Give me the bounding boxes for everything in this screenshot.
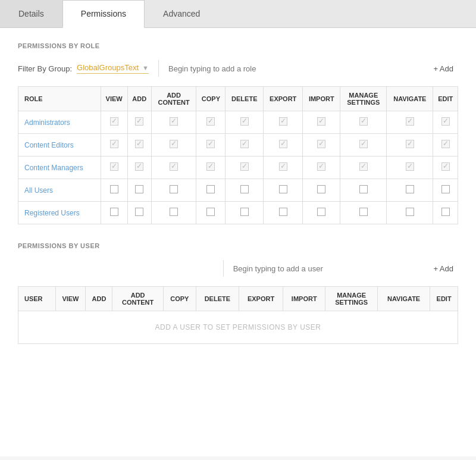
permission-cell[interactable]: [226, 111, 264, 134]
checkbox-unchecked[interactable]: [359, 185, 368, 193]
checkbox-checked: [135, 162, 143, 171]
checkbox-unchecked[interactable]: [279, 208, 287, 216]
checkbox-unchecked[interactable]: [206, 208, 215, 216]
checkbox-checked: [441, 162, 450, 171]
permission-cell[interactable]: [127, 111, 151, 134]
permission-cell[interactable]: [101, 111, 127, 134]
checkbox-unchecked[interactable]: [110, 185, 118, 193]
permission-cell[interactable]: [226, 179, 264, 202]
checkbox-unchecked[interactable]: [170, 208, 178, 216]
checkbox-checked: [441, 140, 450, 148]
checkbox-unchecked[interactable]: [359, 208, 368, 216]
permission-cell[interactable]: [340, 111, 387, 134]
col-navigate: NAVIGATE: [387, 87, 433, 111]
permission-cell[interactable]: [151, 202, 196, 224]
divider: [158, 60, 159, 77]
group-filter[interactable]: GlobalGroupsText ▼: [77, 63, 149, 74]
permission-cell[interactable]: [387, 111, 433, 134]
permission-cell[interactable]: [303, 179, 340, 202]
permission-cell[interactable]: [196, 202, 226, 224]
checkbox-unchecked[interactable]: [240, 208, 249, 216]
checkbox-unchecked[interactable]: [110, 208, 118, 216]
permission-cell[interactable]: [433, 134, 458, 157]
add-user-button[interactable]: + Add: [428, 262, 458, 276]
permission-cell[interactable]: [264, 179, 303, 202]
permission-cell[interactable]: [433, 179, 458, 202]
permission-cell[interactable]: [226, 202, 264, 224]
permission-cell[interactable]: [387, 202, 433, 224]
permission-cell[interactable]: [387, 179, 433, 202]
tab-details[interactable]: Details: [0, 0, 62, 27]
checkbox-unchecked[interactable]: [135, 208, 143, 216]
checkbox-unchecked[interactable]: [406, 185, 414, 193]
permission-cell[interactable]: [303, 111, 340, 134]
ucol-navigate: NAVIGATE: [378, 287, 430, 311]
permission-cell[interactable]: [264, 202, 303, 224]
permission-cell[interactable]: [196, 179, 226, 202]
permission-cell[interactable]: [101, 157, 127, 179]
permission-cell[interactable]: [151, 179, 196, 202]
group-filter-value[interactable]: GlobalGroupsText: [77, 63, 139, 72]
checkbox-unchecked[interactable]: [170, 185, 178, 193]
permission-cell[interactable]: [264, 134, 303, 157]
permission-cell[interactable]: [340, 134, 387, 157]
chevron-down-icon[interactable]: ▼: [142, 64, 149, 71]
permission-cell[interactable]: [127, 202, 151, 224]
permission-cell[interactable]: [127, 179, 151, 202]
permission-cell[interactable]: [101, 134, 127, 157]
checkbox-unchecked[interactable]: [406, 208, 414, 216]
role-name[interactable]: Content Editors: [18, 134, 101, 157]
tab-advanced[interactable]: Advanced: [145, 0, 218, 27]
ucol-user: USER: [18, 287, 56, 311]
permission-cell[interactable]: [387, 157, 433, 179]
permission-cell[interactable]: [303, 157, 340, 179]
checkbox-unchecked[interactable]: [279, 185, 287, 193]
permission-cell[interactable]: [433, 202, 458, 224]
permission-cell[interactable]: [101, 179, 127, 202]
role-name[interactable]: Registered Users: [18, 202, 101, 224]
checkbox-unchecked[interactable]: [206, 185, 215, 193]
user-filter-row: + Add: [18, 260, 458, 277]
permission-cell[interactable]: [303, 202, 340, 224]
role-name[interactable]: All Users: [18, 179, 101, 202]
permission-cell[interactable]: [264, 157, 303, 179]
add-role-input[interactable]: [168, 64, 428, 73]
checkbox-checked: [317, 140, 325, 148]
checkbox-unchecked[interactable]: [317, 208, 325, 216]
main-content: PERMISSIONS BY ROLE Filter By Group: Glo…: [0, 28, 476, 456]
permission-cell[interactable]: [340, 179, 387, 202]
checkbox-checked: [406, 140, 414, 148]
add-user-input[interactable]: [233, 264, 429, 273]
permission-cell[interactable]: [196, 111, 226, 134]
checkbox-checked: [441, 117, 450, 126]
tab-permissions[interactable]: Permissions: [62, 0, 145, 28]
permission-cell[interactable]: [196, 157, 226, 179]
permission-cell[interactable]: [151, 134, 196, 157]
permission-cell[interactable]: [226, 157, 264, 179]
permission-cell[interactable]: [340, 157, 387, 179]
checkbox-unchecked[interactable]: [317, 185, 325, 193]
role-name[interactable]: Administrators: [18, 111, 101, 134]
col-manage-settings: MANAGESETTINGS: [340, 87, 387, 111]
permission-cell[interactable]: [151, 157, 196, 179]
permission-cell[interactable]: [196, 134, 226, 157]
checkbox-checked: [359, 117, 368, 126]
checkbox-unchecked[interactable]: [441, 185, 450, 193]
checkbox-unchecked[interactable]: [441, 208, 450, 216]
permission-cell[interactable]: [101, 202, 127, 224]
permission-cell[interactable]: [127, 134, 151, 157]
checkbox-unchecked[interactable]: [135, 185, 143, 193]
permission-cell[interactable]: [127, 157, 151, 179]
permission-cell[interactable]: [226, 134, 264, 157]
add-role-button[interactable]: + Add: [428, 62, 458, 76]
tab-bar: Details Permissions Advanced: [0, 0, 476, 28]
permission-cell[interactable]: [340, 202, 387, 224]
permission-cell[interactable]: [387, 134, 433, 157]
permission-cell[interactable]: [264, 111, 303, 134]
checkbox-unchecked[interactable]: [240, 185, 249, 193]
permission-cell[interactable]: [303, 134, 340, 157]
permission-cell[interactable]: [433, 111, 458, 134]
permission-cell[interactable]: [433, 157, 458, 179]
permission-cell[interactable]: [151, 111, 196, 134]
role-name[interactable]: Content Managers: [18, 157, 101, 179]
